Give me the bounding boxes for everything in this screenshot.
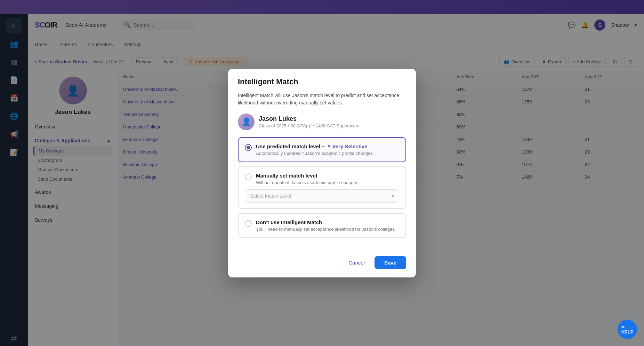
match-type: Very Selective: [332, 143, 368, 149]
radio-none[interactable]: [245, 220, 252, 227]
modal-header: Intelligent Match: [228, 69, 416, 89]
option-manual-sublabel: Will not update if Jason's academic prof…: [256, 180, 360, 185]
modal-footer: Cancel Save: [228, 251, 416, 277]
chevron-down-icon: ▾: [392, 193, 394, 199]
intelligent-match-modal: Intelligent Match Intelligent Match will…: [228, 69, 416, 277]
very-selective-badge: ✦ Very Selective: [327, 143, 368, 149]
modal-description: Intelligent Match will use Jason's match…: [238, 92, 406, 107]
cancel-button[interactable]: Cancel: [343, 257, 370, 268]
gpa: 90 GPA(u): [290, 123, 311, 128]
modal-overlay[interactable]: Intelligent Match Intelligent Match will…: [0, 0, 644, 346]
modal-student-name: Jason Lukes: [259, 115, 360, 123]
help-button[interactable]: ∞HELP: [618, 320, 637, 339]
modal-student-info: 👤 Jason Lukes Class of 2025 • 90 GPA(u) …: [238, 113, 406, 130]
option-predicted[interactable]: Use predicted match level – ✦ Very Selec…: [238, 137, 406, 162]
option-predicted-content: Use predicted match level – ✦ Very Selec…: [256, 143, 374, 156]
select-match-level-dropdown[interactable]: Select Match Level ▾: [245, 189, 399, 203]
option-predicted-header: Use predicted match level – ✦ Very Selec…: [245, 143, 399, 156]
option-predicted-sublabel: Automatically updates if Jason's academi…: [256, 151, 374, 156]
sat: 1400 SAT Superscore: [316, 123, 360, 128]
sep2: •: [313, 123, 315, 128]
option-none-label: Don't use Intelligent Match: [256, 219, 396, 225]
option-predicted-label: Use predicted match level – ✦ Very Selec…: [256, 143, 374, 149]
modal-student-meta: Class of 2025 • 90 GPA(u) • 1400 SAT Sup…: [259, 123, 360, 128]
modal-title: Intelligent Match: [238, 77, 406, 86]
option-none-header: Don't use Intelligent Match You'll need …: [245, 219, 399, 232]
select-placeholder: Select Match Level: [250, 193, 291, 199]
class-of: Class of 2025: [259, 123, 287, 128]
option-manual-label: Manually set match level: [256, 173, 360, 179]
help-label: ∞HELP: [621, 324, 634, 335]
radio-manual[interactable]: [245, 173, 252, 180]
option-none-sublabel: You'll need to manually set acceptance l…: [256, 227, 396, 232]
option-manual-header: Manually set match level Will not update…: [245, 173, 399, 185]
sparkle-icon: ✦: [327, 143, 331, 149]
option-none[interactable]: Don't use Intelligent Match You'll need …: [238, 213, 406, 238]
option-manual-content: Manually set match level Will not update…: [256, 173, 360, 185]
option-manual[interactable]: Manually set match level Will not update…: [238, 166, 406, 209]
option-none-content: Don't use Intelligent Match You'll need …: [256, 219, 396, 232]
radio-predicted[interactable]: [245, 144, 252, 151]
save-button[interactable]: Save: [375, 256, 406, 269]
modal-student-avatar: 👤: [238, 113, 255, 130]
modal-student-details: Jason Lukes Class of 2025 • 90 GPA(u) • …: [259, 115, 360, 128]
modal-body: Intelligent Match will use Jason's match…: [228, 89, 416, 251]
predicted-label-text: Use predicted match level –: [256, 143, 325, 149]
